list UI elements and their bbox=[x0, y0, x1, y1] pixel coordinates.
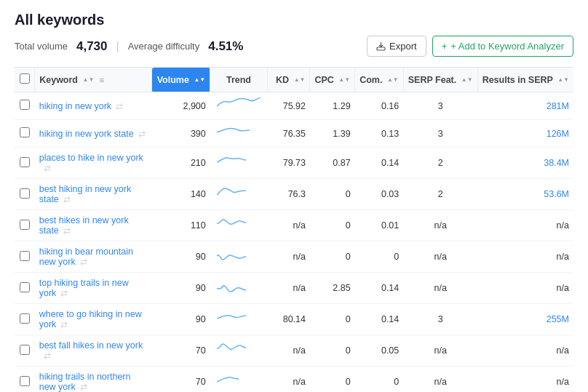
header-com[interactable]: Com. ▲▼ bbox=[355, 68, 404, 92]
export-button[interactable]: Export bbox=[367, 36, 426, 57]
row-checkbox[interactable] bbox=[20, 313, 30, 324]
header-volume-label: Volume bbox=[157, 75, 189, 85]
select-all-checkbox[interactable] bbox=[20, 73, 30, 84]
row-filter-icon[interactable]: ⇄ bbox=[44, 163, 51, 173]
row-serp-cell: 3 bbox=[403, 304, 477, 335]
summary-actions: Export + + Add to Keyword Analyzer bbox=[367, 36, 573, 57]
row-keyword-cell: hiking in bear mountain new york⇄ bbox=[35, 241, 152, 273]
row-trend-cell bbox=[210, 148, 267, 179]
sparkline-chart bbox=[217, 280, 261, 295]
keyword-link[interactable]: top hiking trails in new york bbox=[39, 278, 129, 298]
row-filter-icon[interactable]: ⇄ bbox=[63, 194, 71, 204]
row-com-cell: 0.14 bbox=[355, 148, 404, 179]
keyword-link[interactable]: best hikes in new york state bbox=[39, 215, 129, 236]
header-trend[interactable]: Trend bbox=[210, 68, 267, 92]
add-to-analyzer-button[interactable]: + + Add to Keyword Analyzer bbox=[432, 36, 573, 57]
row-kd-cell: 75.92 bbox=[267, 92, 310, 120]
row-volume-cell: 110 bbox=[152, 210, 210, 241]
header-kd[interactable]: KD ▲▼ bbox=[267, 68, 310, 92]
row-com-cell: 0.03 bbox=[355, 179, 404, 210]
row-volume-cell: 90 bbox=[152, 241, 210, 273]
row-checkbox[interactable] bbox=[20, 127, 30, 137]
row-serp-cell: n/a bbox=[403, 210, 477, 241]
row-check-cell bbox=[15, 367, 35, 393]
row-check-cell bbox=[15, 92, 35, 120]
row-results-cell: 255M bbox=[477, 304, 573, 335]
header-cpc[interactable]: CPC ▲▼ bbox=[310, 68, 355, 92]
row-check-cell bbox=[15, 335, 35, 367]
row-cpc-cell: 2.85 bbox=[310, 273, 355, 304]
keyword-filter-icon[interactable]: ≡ bbox=[100, 76, 104, 84]
row-trend-cell bbox=[210, 367, 267, 393]
row-keyword-cell: hiking in new york⇄ bbox=[35, 92, 152, 120]
row-cpc-cell: 0.87 bbox=[310, 148, 355, 179]
svg-rect-0 bbox=[377, 47, 385, 50]
row-checkbox[interactable] bbox=[20, 282, 30, 292]
row-filter-icon[interactable]: ⇄ bbox=[60, 319, 68, 329]
table-row: places to hike in new york⇄21079.730.870… bbox=[15, 148, 573, 179]
row-filter-icon[interactable]: ⇄ bbox=[116, 101, 123, 111]
header-check[interactable] bbox=[15, 68, 35, 92]
row-checkbox[interactable] bbox=[20, 345, 30, 355]
sparkline-chart bbox=[217, 374, 261, 388]
kd-sort-icon[interactable]: ▲▼ bbox=[294, 77, 306, 83]
row-serp-cell: 2 bbox=[403, 179, 477, 210]
keyword-link[interactable]: best fall hikes in new york bbox=[39, 340, 143, 351]
row-checkbox[interactable] bbox=[20, 100, 30, 110]
row-com-cell: 0.13 bbox=[355, 120, 404, 148]
row-filter-icon[interactable]: ⇄ bbox=[63, 225, 71, 236]
row-trend-cell bbox=[210, 120, 267, 148]
row-trend-cell bbox=[210, 179, 267, 210]
cpc-sort-icon[interactable]: ▲▼ bbox=[338, 77, 350, 83]
header-serp[interactable]: SERP Feat. ▲▼ bbox=[403, 68, 477, 92]
keyword-link[interactable]: best hiking in new york state bbox=[39, 184, 131, 204]
header-volume[interactable]: Volume ▲▼ bbox=[152, 68, 210, 92]
row-filter-icon[interactable]: ⇄ bbox=[60, 288, 68, 298]
table-row: best hiking in new york state⇄14076.300.… bbox=[15, 179, 573, 210]
row-keyword-cell: hiking trails in northern new york⇄ bbox=[35, 367, 152, 393]
row-check-cell bbox=[15, 273, 35, 304]
header-results[interactable]: Results in SERP ▲▼ bbox=[477, 68, 573, 92]
row-checkbox[interactable] bbox=[20, 188, 30, 199]
keyword-link[interactable]: places to hike in new york bbox=[39, 153, 143, 163]
row-filter-icon[interactable]: ⇄ bbox=[138, 129, 146, 139]
row-serp-cell: n/a bbox=[403, 335, 477, 367]
row-checkbox[interactable] bbox=[20, 251, 30, 261]
total-volume-label: Total volume bbox=[15, 41, 68, 52]
keyword-link[interactable]: hiking in new york state bbox=[39, 129, 134, 139]
row-com-cell: 0.14 bbox=[355, 304, 404, 335]
row-trend-cell bbox=[210, 335, 267, 367]
sparkline-chart bbox=[217, 186, 261, 201]
row-trend-cell bbox=[210, 92, 267, 120]
row-filter-icon[interactable]: ⇄ bbox=[44, 351, 51, 361]
header-com-label: Com. bbox=[359, 75, 382, 85]
volume-sort-icon[interactable]: ▲▼ bbox=[194, 77, 205, 83]
row-com-cell: 0.16 bbox=[355, 92, 404, 120]
com-sort-icon[interactable]: ▲▼ bbox=[387, 77, 399, 83]
results-sort-icon[interactable]: ▲▼ bbox=[557, 77, 569, 83]
row-cpc-cell: 0 bbox=[310, 335, 355, 367]
row-results-cell: 53.6M bbox=[477, 179, 573, 210]
row-filter-icon[interactable]: ⇄ bbox=[80, 382, 87, 392]
keyword-link[interactable]: hiking in new york bbox=[39, 101, 111, 111]
row-keyword-cell: top hiking trails in new york⇄ bbox=[35, 273, 152, 304]
row-checkbox[interactable] bbox=[20, 376, 30, 386]
row-keyword-cell: hiking in new york state⇄ bbox=[35, 120, 152, 148]
serp-sort-icon[interactable]: ▲▼ bbox=[461, 77, 473, 83]
row-filter-icon[interactable]: ⇄ bbox=[80, 257, 87, 267]
row-kd-cell: n/a bbox=[267, 335, 310, 367]
row-check-cell bbox=[15, 304, 35, 335]
row-checkbox[interactable] bbox=[20, 220, 30, 230]
keyword-link[interactable]: where to go hiking in new york bbox=[39, 309, 142, 329]
row-kd-cell: 76.35 bbox=[267, 120, 310, 148]
row-checkbox[interactable] bbox=[20, 157, 30, 167]
table-header-row: Keyword ▲▼ ≡ Volume ▲▼ Trend KD ▲▼ CPC ▲… bbox=[15, 68, 573, 92]
keyword-sort-icon[interactable]: ▲▼ bbox=[82, 77, 94, 83]
header-keyword[interactable]: Keyword ▲▼ ≡ bbox=[35, 68, 152, 92]
row-cpc-cell: 0 bbox=[310, 210, 355, 241]
row-cpc-cell: 0 bbox=[310, 304, 355, 335]
row-com-cell: 0.14 bbox=[355, 273, 404, 304]
row-results-cell: 281M bbox=[477, 92, 573, 120]
row-volume-cell: 140 bbox=[152, 179, 210, 210]
row-kd-cell: 80.14 bbox=[267, 304, 310, 335]
